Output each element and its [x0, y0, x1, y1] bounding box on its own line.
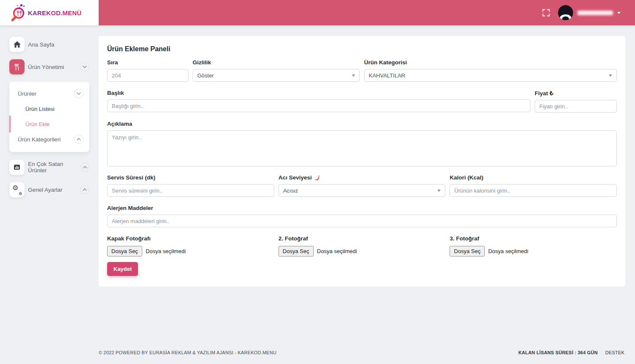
footer-right: KALAN LİSANS SÜRESİ : 364 GÜN DESTEK [518, 350, 624, 355]
servis-label: Servis Süresi (dk) [107, 174, 274, 181]
sidebar-item-products[interactable]: Ürünler [9, 86, 89, 101]
chevron-down-icon[interactable] [74, 89, 83, 98]
aciklama-label: Açıklama [107, 121, 617, 127]
form-row-3: Servis Süresi (dk) Acı Seviyesi Acısız K… [107, 174, 617, 197]
gizlilik-select[interactable]: Göster [193, 69, 360, 82]
alerjen-input[interactable] [107, 215, 617, 227]
sidebar-item-product-add-active[interactable]: Ürün Ekle [9, 116, 89, 132]
cover-photo-file-input[interactable]: Dosya Seç Dosya seçilmedi [107, 246, 274, 256]
user-avatar-icon[interactable] [558, 5, 573, 20]
kalori-group: Kalori (Kcal) [450, 174, 617, 197]
chevron-up-icon[interactable] [74, 135, 83, 144]
alerjen-label: Alerjen Maddeler [107, 205, 617, 211]
third-no-file-text: Dosya seçilmedi [488, 248, 528, 254]
sidebar-item-label: Ürün Yönetimi [28, 64, 64, 70]
user-caret-down-icon [617, 12, 621, 14]
license-remaining-text: KALAN LİSANS SÜRESİ : 364 GÜN [518, 350, 597, 355]
gizlilik-group: Gizlilik Göster [193, 59, 360, 82]
second-no-file-text: Dosya seçilmedi [317, 248, 357, 254]
second-photo-group: 2. Fotoğraf Dosya Seç Dosya seçilmedi [279, 235, 446, 256]
chevron-up-icon[interactable] [80, 185, 89, 194]
gizlilik-selected-value: Göster [197, 72, 214, 79]
form-row-2: Başlık Fiyat ₺ [107, 90, 617, 113]
submenu-label: Ürün Listesi [25, 106, 55, 112]
product-management-submenu: Ürünler Ürün Listesi Ürün Ekle Ürün Kate… [9, 82, 89, 152]
third-photo-label: 3. Fotoğraf [450, 235, 617, 242]
sidebar-item-best-sellers[interactable]: En Çok Satan Ürünler [9, 160, 89, 175]
fiyat-label: Fiyat ₺ [535, 90, 617, 97]
brand-name: KAREKOD.MENÜ [28, 9, 82, 17]
second-file-select-button[interactable]: Dosya Seç [279, 246, 314, 256]
form-row-1: Sıra Gizlilik Göster Ürün Kategorisi KAH… [107, 59, 617, 82]
sidebar-item-product-management[interactable]: Ürün Yönetimi [9, 59, 89, 74]
sira-group: Sıra [107, 59, 188, 82]
chevron-up-icon[interactable] [80, 163, 89, 172]
brand-logo-icon [10, 3, 26, 22]
sira-label: Sıra [107, 59, 188, 66]
sidebar-item-label: En Çok Satan Ürünler [28, 161, 80, 174]
sidebar-item-label: Ana Sayfa [28, 41, 54, 48]
sidebar-item-home[interactable]: Ana Sayfa [9, 37, 89, 52]
submenu-label: Ürünler [18, 91, 36, 97]
fiyat-group: Fiyat ₺ [535, 90, 617, 113]
kalori-label: Kalori (Kcal) [450, 174, 617, 181]
baslik-label: Başlık [107, 90, 530, 96]
cover-no-file-text: Dosya seçilmedi [146, 248, 186, 254]
aciklama-textarea[interactable] [107, 130, 617, 166]
servis-group: Servis Süresi (dk) [107, 174, 274, 197]
footer: © 2022 POWERED BY EURASİA REKLAM & YAZIL… [99, 350, 624, 355]
cover-file-select-button[interactable]: Dosya Seç [107, 246, 142, 256]
kategori-selected-value: KAHVALTILAR [369, 72, 405, 79]
third-photo-file-input[interactable]: Dosya Seç Dosya seçilmedi [450, 246, 617, 256]
gears-icon: ⚙⚙ [9, 182, 25, 197]
sidebar: Ana Sayfa Ürün Yönetimi Ürünler Ürün Lis… [0, 25, 99, 364]
brand-logo[interactable]: KAREKOD.MENÜ [0, 0, 99, 25]
aciklama-group: Açıklama [107, 121, 617, 166]
cover-photo-label: Kapak Fotoğrafı [107, 235, 274, 242]
user-menu[interactable] [558, 5, 621, 20]
aci-selected-value: Acısız [283, 188, 298, 194]
aci-select[interactable]: Acısız [279, 184, 446, 197]
support-link[interactable]: DESTEK [605, 350, 624, 355]
kalori-input[interactable] [450, 184, 617, 197]
chili-pepper-icon [314, 175, 320, 181]
fiyat-input[interactable] [535, 100, 617, 113]
submenu-label: Ürün Ekle [25, 121, 50, 127]
servis-input[interactable] [107, 184, 274, 197]
bar-chart-icon [9, 160, 25, 175]
top-bar: KAREKOD.MENÜ [0, 0, 635, 25]
sira-input[interactable] [107, 69, 188, 82]
footer-copyright: © 2022 POWERED BY EURASİA REKLAM & YAZIL… [99, 350, 276, 355]
second-photo-file-input[interactable]: Dosya Seç Dosya seçilmedi [279, 246, 446, 256]
sidebar-item-settings[interactable]: ⚙⚙ Genel Ayarlar [9, 182, 89, 197]
top-bar-right [99, 0, 635, 25]
baslik-input[interactable] [107, 99, 530, 112]
submenu-label: Ürün Kategorileri [18, 136, 61, 143]
kategori-group: Ürün Kategorisi KAHVALTILAR [364, 59, 617, 82]
photos-row: Kapak Fotoğrafı Dosya Seç Dosya seçilmed… [107, 235, 617, 256]
kategori-select[interactable]: KAHVALTILAR [364, 69, 617, 82]
third-file-select-button[interactable]: Dosya Seç [450, 246, 485, 256]
third-photo-group: 3. Fotoğraf Dosya Seç Dosya seçilmedi [450, 235, 617, 256]
baslik-group: Başlık [107, 90, 530, 113]
home-icon [9, 37, 25, 52]
sidebar-item-product-list[interactable]: Ürün Listesi [9, 101, 89, 116]
sidebar-item-product-categories[interactable]: Ürün Kategorileri [9, 132, 89, 147]
product-add-panel: Ürün Ekleme Paneli Sıra Gizlilik Göster … [99, 36, 625, 287]
save-button[interactable]: Kaydet [107, 262, 138, 276]
fullscreen-icon[interactable] [541, 8, 551, 18]
second-photo-label: 2. Fotoğraf [279, 235, 446, 242]
utensils-icon [9, 59, 25, 74]
page-title: Ürün Ekleme Paneli [107, 45, 617, 53]
alerjen-group: Alerjen Maddeler [107, 205, 617, 227]
aci-label-text: Acı Seviyesi [279, 174, 312, 181]
sidebar-item-label: Genel Ayarlar [28, 187, 63, 193]
aci-label: Acı Seviyesi [279, 174, 446, 181]
aci-group: Acı Seviyesi Acısız [279, 174, 446, 197]
chevron-down-icon[interactable] [80, 62, 89, 72]
gizlilik-label: Gizlilik [193, 59, 360, 66]
user-name-redacted [577, 11, 613, 15]
cover-photo-group: Kapak Fotoğrafı Dosya Seç Dosya seçilmed… [107, 235, 274, 256]
kategori-label: Ürün Kategorisi [364, 59, 617, 66]
